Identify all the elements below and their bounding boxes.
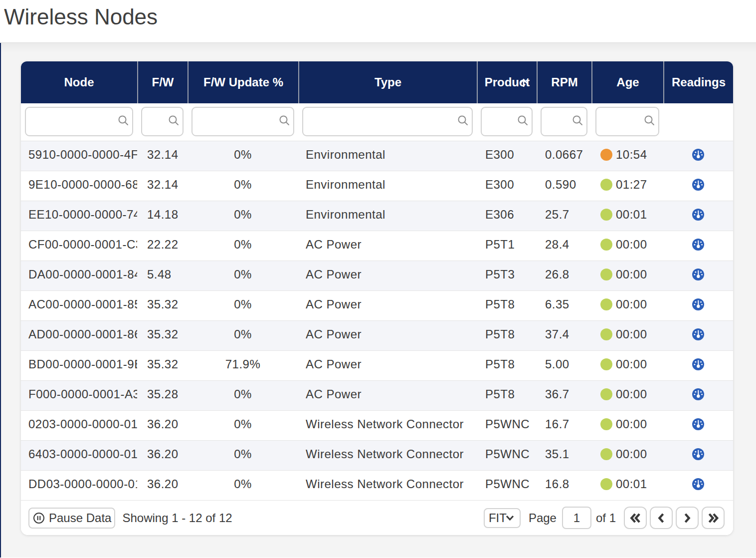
filter-input-pct[interactable] (191, 107, 294, 136)
rpm-value: 0.590 (545, 178, 576, 192)
rpm-value: 36.7 (545, 387, 569, 401)
filter-input-node[interactable] (25, 107, 133, 136)
cell-fw: 14.18 (137, 201, 188, 231)
type-value: Wireless Network Connector (306, 447, 464, 461)
cell-pct: 0% (188, 441, 298, 470)
column-header-type[interactable]: Type (298, 61, 477, 103)
readings-gauge-icon[interactable] (692, 179, 704, 191)
cell-pct: 0% (188, 201, 298, 231)
age-status-dot (600, 448, 612, 460)
rpm-value: 35.1 (545, 447, 569, 461)
product-value: P5WNC (485, 477, 530, 491)
cell-node: F000-0000-0001-A35A (21, 381, 137, 410)
column-header-label: Node (64, 75, 94, 89)
cell-rpm: 5.00 (537, 351, 591, 380)
cell-node: 0203-0000-0000-0189 (21, 411, 137, 440)
first-page-button[interactable] (624, 507, 647, 529)
column-header-fw[interactable]: F/W (137, 61, 188, 103)
cell-age: 00:00 (591, 351, 663, 380)
chevron-left-icon (655, 512, 667, 524)
readings-gauge-icon[interactable] (692, 209, 704, 221)
readings-gauge-icon[interactable] (692, 328, 704, 340)
readings-gauge-icon[interactable] (692, 149, 704, 161)
type-value: AC Power (306, 238, 362, 252)
filter-input-rpm[interactable] (541, 107, 587, 136)
column-header-rpm[interactable]: RPM (537, 61, 591, 103)
cell-type: Environmental (298, 201, 477, 231)
cell-fw: 36.20 (137, 471, 188, 500)
node-value: F000-0000-0001-A35A (28, 387, 137, 401)
cell-rpm: 36.7 (537, 381, 591, 410)
cell-age: 00:00 (591, 381, 663, 410)
filter-input-product[interactable] (481, 107, 533, 136)
cell-type: AC Power (298, 291, 477, 320)
cell-age: 00:00 (591, 411, 663, 440)
readings-gauge-icon[interactable] (692, 448, 704, 460)
cell-rpm: 37.4 (537, 321, 591, 350)
type-value: AC Power (306, 387, 362, 401)
age-status-dot (600, 388, 612, 400)
rpm-value: 16.8 (545, 477, 569, 491)
column-header-age[interactable]: Age (591, 61, 663, 103)
age-value: 00:00 (616, 268, 647, 281)
cell-type: AC Power (298, 381, 477, 410)
readings-gauge-icon[interactable] (692, 239, 704, 251)
cell-age: 00:00 (591, 261, 663, 290)
cell-product: P5WNC (477, 441, 537, 470)
readings-gauge-icon[interactable] (692, 269, 704, 280)
pause-data-label: Pause Data (49, 511, 111, 525)
cell-fw: 35.28 (137, 381, 188, 410)
rpm-value: 28.4 (545, 238, 569, 252)
readings-gauge-icon[interactable] (692, 358, 704, 370)
cell-rpm: 16.7 (537, 411, 591, 440)
filter-cell-node (21, 103, 137, 141)
cell-age: 10:54 (591, 141, 663, 171)
column-header-pct[interactable]: F/W Update % (188, 61, 298, 103)
age-status-dot (600, 328, 612, 340)
column-header-label: Age (616, 75, 639, 89)
last-page-button[interactable] (702, 507, 725, 529)
filter-input-type[interactable] (302, 107, 473, 136)
cell-type: AC Power (298, 321, 477, 350)
cell-fw: 36.20 (137, 441, 188, 470)
cell-pct: 0% (188, 141, 298, 171)
cell-product: E306 (477, 201, 537, 231)
cell-node: CF00-0000-0001-C32E (21, 231, 137, 261)
product-value: E306 (485, 208, 514, 222)
prev-page-button[interactable] (650, 507, 673, 529)
fw-value: 14.18 (147, 208, 179, 222)
column-header-label: Readings (672, 75, 726, 89)
rpm-value: 25.7 (545, 208, 569, 222)
cell-rpm: 6.35 (537, 291, 591, 320)
column-header-node[interactable]: Node (21, 61, 137, 103)
readings-gauge-icon[interactable] (692, 388, 704, 400)
double-chevron-left-icon (629, 512, 641, 524)
column-header-readings[interactable]: Readings (663, 61, 733, 103)
filter-input-age[interactable] (595, 107, 659, 136)
cell-product: P5T8 (477, 291, 537, 320)
next-page-button[interactable] (676, 507, 699, 529)
page-number-input[interactable] (562, 507, 591, 529)
filter-cell-age (591, 103, 663, 141)
page-size-select[interactable]: FIT (484, 508, 521, 528)
table-row: 5910-0000-0000-4FB532.140%EnvironmentalE… (21, 141, 733, 171)
age-status-dot (600, 149, 612, 161)
type-value: Wireless Network Connector (306, 417, 464, 431)
cell-fw: 5.48 (137, 261, 188, 290)
cell-age: 01:27 (591, 171, 663, 201)
age-status-dot (600, 418, 612, 430)
page-header: Wireless Nodes (0, 0, 756, 43)
pause-data-button[interactable]: Pause Data (28, 508, 115, 529)
age-value: 00:00 (616, 357, 647, 371)
pct-value: 0% (234, 238, 252, 252)
cell-readings (663, 351, 733, 380)
fw-value: 35.28 (147, 387, 179, 401)
column-header-product[interactable]: Product (477, 61, 537, 103)
cell-pct: 0% (188, 381, 298, 410)
column-header-label: F/W (152, 75, 174, 89)
filter-input-fw[interactable] (141, 107, 184, 136)
filter-cell-rpm (537, 103, 591, 141)
readings-gauge-icon[interactable] (692, 298, 704, 310)
readings-gauge-icon[interactable] (692, 478, 704, 490)
readings-gauge-icon[interactable] (692, 418, 704, 430)
